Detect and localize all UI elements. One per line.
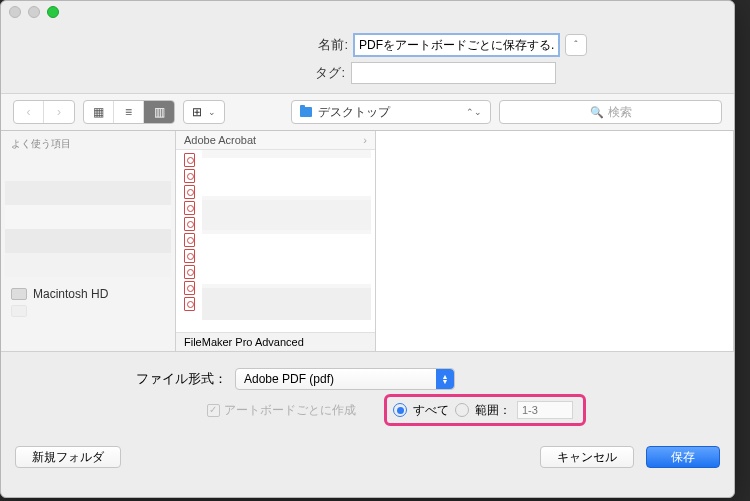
window-titlebar <box>1 1 734 23</box>
filename-input[interactable] <box>354 34 559 56</box>
pdf-icon <box>184 281 195 295</box>
search-field[interactable]: 🔍 検索 <box>499 100 722 124</box>
close-window-icon[interactable] <box>9 6 21 18</box>
options-area: ファイル形式： Adobe PDF (pdf) ▲▼ アートボードごとに作成 す… <box>1 351 734 436</box>
collapse-button[interactable]: ˆ <box>565 34 587 56</box>
sidebar-blurred-items[interactable] <box>5 157 171 277</box>
pdf-icon <box>184 233 195 247</box>
view-segment: ▦ ≡ ▥ <box>83 100 175 124</box>
column-list[interactable] <box>176 150 375 320</box>
name-label: 名前: <box>148 36 348 54</box>
column-footer-label: FileMaker Pro Advanced <box>184 336 304 348</box>
drive-icon <box>11 305 27 317</box>
radio-range-label: 範囲： <box>475 402 511 419</box>
range-input[interactable] <box>517 401 573 419</box>
tags-input[interactable] <box>351 62 556 84</box>
pdf-icon <box>184 169 195 183</box>
blurred-filenames <box>202 150 371 320</box>
column-header-label: Adobe Acrobat <box>184 134 256 146</box>
pdf-icon <box>184 297 195 311</box>
nav-segment: ‹ › <box>13 100 75 124</box>
pdf-icon <box>184 185 195 199</box>
highlighted-range-group: すべて 範囲： <box>384 394 586 426</box>
pdf-icon <box>184 265 195 279</box>
location-popup[interactable]: デスクトップ ⌃⌄ <box>291 100 491 124</box>
new-folder-button[interactable]: 新規フォルダ <box>15 446 121 468</box>
location-label: デスクトップ <box>318 104 390 121</box>
per-artboard-checkbox <box>207 404 220 417</box>
forward-button[interactable]: › <box>44 101 74 123</box>
browser-column-2 <box>376 131 734 351</box>
select-chevron-icon: ▲▼ <box>436 369 454 389</box>
browser-column-1: Adobe Acrobat › FileMaker Pro Advanced <box>176 131 376 351</box>
group-popup[interactable]: ⊞ ⌄ <box>183 100 225 124</box>
column-view-button[interactable]: ▥ <box>144 101 174 123</box>
column-header[interactable]: Adobe Acrobat › <box>176 131 375 150</box>
file-browser: よく使う項目 Macintosh HD Adobe Acrobat › <box>1 131 734 351</box>
pdf-icon <box>184 249 195 263</box>
pdf-icon <box>184 217 195 231</box>
hdd-icon <box>11 288 27 300</box>
file-format-select[interactable]: Adobe PDF (pdf) ▲▼ <box>235 368 455 390</box>
pdf-icon <box>184 153 195 167</box>
button-bar: 新規フォルダ キャンセル 保存 <box>1 436 734 480</box>
sidebar: よく使う項目 Macintosh HD <box>1 131 176 351</box>
radio-all-label: すべて <box>413 402 449 419</box>
back-button[interactable]: ‹ <box>14 101 44 123</box>
updown-icon: ⌃⌄ <box>466 107 482 117</box>
sidebar-favorites-header: よく使う項目 <box>11 137 165 151</box>
sidebar-item-label: Macintosh HD <box>33 287 108 301</box>
radio-range[interactable] <box>455 403 469 417</box>
chevron-down-icon: ⌄ <box>208 107 216 117</box>
group-icon: ⊞ <box>192 105 202 119</box>
minimize-window-icon <box>28 6 40 18</box>
sidebar-item-macintosh-hd[interactable]: Macintosh HD <box>11 285 165 303</box>
zoom-window-icon[interactable] <box>47 6 59 18</box>
list-view-button[interactable]: ≡ <box>114 101 144 123</box>
save-dialog: 名前: ˆ タグ: ‹ › ▦ ≡ ▥ ⊞ ⌄ デスクトップ <box>0 0 735 498</box>
search-icon: 🔍 <box>590 106 604 119</box>
search-placeholder: 検索 <box>608 104 632 121</box>
chevron-right-icon: › <box>363 134 367 146</box>
save-button[interactable]: 保存 <box>646 446 720 468</box>
icon-view-button[interactable]: ▦ <box>84 101 114 123</box>
file-format-label: ファイル形式： <box>17 370 227 388</box>
pdf-icon <box>184 201 195 215</box>
top-fields: 名前: ˆ タグ: <box>1 23 734 93</box>
column-footer[interactable]: FileMaker Pro Advanced <box>176 332 375 351</box>
sidebar-item-blurred[interactable] <box>11 303 165 319</box>
browser-toolbar: ‹ › ▦ ≡ ▥ ⊞ ⌄ デスクトップ ⌃⌄ 🔍 検索 <box>1 93 734 131</box>
radio-all[interactable] <box>393 403 407 417</box>
file-format-value: Adobe PDF (pdf) <box>244 372 334 386</box>
cancel-button[interactable]: キャンセル <box>540 446 634 468</box>
folder-icon <box>300 107 312 117</box>
per-artboard-label: アートボードごとに作成 <box>224 402 356 419</box>
tags-label: タグ: <box>145 64 345 82</box>
